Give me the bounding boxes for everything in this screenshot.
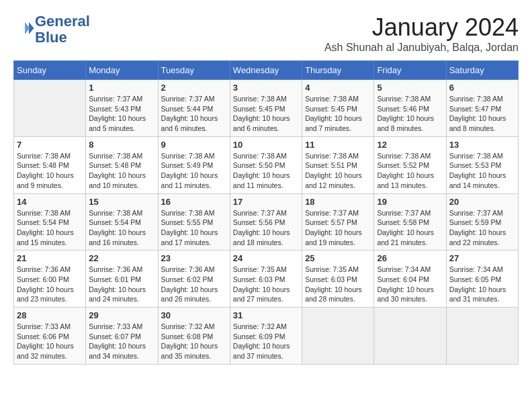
weekday-header-wednesday: Wednesday: [230, 61, 302, 80]
day-number: 20: [449, 197, 515, 207]
day-number: 24: [233, 253, 299, 263]
day-info: Sunrise: 7:38 AM Sunset: 5:48 PM Dayligh…: [17, 151, 83, 191]
day-info: Sunrise: 7:38 AM Sunset: 5:48 PM Dayligh…: [89, 151, 154, 191]
day-number: 21: [17, 253, 83, 263]
calendar-cell: 10Sunrise: 7:38 AM Sunset: 5:50 PM Dayli…: [230, 136, 302, 193]
day-number: 19: [377, 197, 443, 207]
calendar-cell: 27Sunrise: 7:34 AM Sunset: 6:05 PM Dayli…: [446, 250, 518, 308]
calendar-cell: 26Sunrise: 7:34 AM Sunset: 6:04 PM Dayli…: [374, 250, 446, 308]
day-number: 18: [305, 197, 371, 207]
day-number: 1: [89, 83, 154, 93]
calendar-cell: [14, 80, 86, 137]
calendar-cell: 22Sunrise: 7:36 AM Sunset: 6:01 PM Dayli…: [86, 250, 158, 308]
calendar-cell: [374, 308, 446, 365]
day-number: 16: [161, 197, 227, 207]
day-number: 23: [161, 253, 227, 263]
month-title: January 2024: [324, 13, 519, 42]
calendar-cell: 1Sunrise: 7:37 AM Sunset: 5:43 PM Daylig…: [86, 80, 158, 137]
weekday-header-monday: Monday: [86, 61, 158, 80]
calendar-cell: 13Sunrise: 7:38 AM Sunset: 5:53 PM Dayli…: [446, 136, 518, 193]
calendar-cell: 21Sunrise: 7:36 AM Sunset: 6:00 PM Dayli…: [14, 250, 86, 308]
weekday-header-sunday: Sunday: [14, 61, 86, 80]
calendar-cell: 25Sunrise: 7:35 AM Sunset: 6:03 PM Dayli…: [302, 250, 374, 308]
day-info: Sunrise: 7:37 AM Sunset: 5:59 PM Dayligh…: [449, 208, 515, 248]
weekday-header-thursday: Thursday: [302, 61, 374, 80]
logo-line1: General: [35, 13, 90, 30]
calendar-week-row: 21Sunrise: 7:36 AM Sunset: 6:00 PM Dayli…: [14, 250, 519, 308]
weekday-header-friday: Friday: [374, 61, 446, 80]
calendar-cell: 4Sunrise: 7:38 AM Sunset: 5:45 PM Daylig…: [302, 80, 374, 137]
logo-line2: Blue: [35, 29, 67, 46]
day-number: 22: [89, 253, 154, 263]
calendar-cell: 18Sunrise: 7:37 AM Sunset: 5:57 PM Dayli…: [302, 193, 374, 250]
day-number: 15: [89, 197, 154, 207]
day-number: 25: [305, 253, 371, 263]
calendar-cell: [302, 308, 374, 365]
calendar-cell: 12Sunrise: 7:38 AM Sunset: 5:52 PM Dayli…: [374, 136, 446, 193]
day-number: 7: [17, 140, 83, 150]
calendar-cell: 24Sunrise: 7:35 AM Sunset: 6:03 PM Dayli…: [230, 250, 302, 308]
calendar-cell: 23Sunrise: 7:36 AM Sunset: 6:02 PM Dayli…: [158, 250, 230, 308]
day-info: Sunrise: 7:34 AM Sunset: 6:05 PM Dayligh…: [449, 265, 515, 304]
calendar-cell: 29Sunrise: 7:33 AM Sunset: 6:07 PM Dayli…: [86, 308, 158, 365]
day-info: Sunrise: 7:34 AM Sunset: 6:04 PM Dayligh…: [377, 265, 443, 304]
calendar-cell: 20Sunrise: 7:37 AM Sunset: 5:59 PM Dayli…: [446, 193, 518, 250]
day-info: Sunrise: 7:38 AM Sunset: 5:53 PM Dayligh…: [449, 151, 515, 191]
calendar-cell: 15Sunrise: 7:38 AM Sunset: 5:54 PM Dayli…: [86, 193, 158, 250]
day-info: Sunrise: 7:38 AM Sunset: 5:45 PM Dayligh…: [233, 94, 299, 134]
day-info: Sunrise: 7:38 AM Sunset: 5:51 PM Dayligh…: [305, 151, 371, 191]
calendar-cell: 6Sunrise: 7:38 AM Sunset: 5:47 PM Daylig…: [446, 80, 518, 137]
logo: General Blue: [13, 13, 90, 46]
day-number: 4: [305, 83, 371, 93]
day-info: Sunrise: 7:38 AM Sunset: 5:52 PM Dayligh…: [377, 151, 443, 191]
day-number: 3: [233, 83, 299, 93]
calendar-week-row: 7Sunrise: 7:38 AM Sunset: 5:48 PM Daylig…: [14, 136, 519, 193]
day-info: Sunrise: 7:37 AM Sunset: 5:44 PM Dayligh…: [161, 94, 227, 134]
logo-text: General Blue: [35, 13, 90, 46]
calendar-cell: 31Sunrise: 7:32 AM Sunset: 6:09 PM Dayli…: [230, 308, 302, 365]
calendar-cell: 28Sunrise: 7:33 AM Sunset: 6:06 PM Dayli…: [14, 308, 86, 365]
day-info: Sunrise: 7:37 AM Sunset: 5:43 PM Dayligh…: [89, 94, 154, 134]
day-number: 6: [449, 83, 515, 93]
day-number: 28: [17, 310, 83, 320]
day-info: Sunrise: 7:35 AM Sunset: 6:03 PM Dayligh…: [305, 265, 371, 304]
calendar-week-row: 1Sunrise: 7:37 AM Sunset: 5:43 PM Daylig…: [14, 80, 519, 137]
calendar-week-row: 14Sunrise: 7:38 AM Sunset: 5:54 PM Dayli…: [14, 193, 519, 250]
day-info: Sunrise: 7:38 AM Sunset: 5:45 PM Dayligh…: [305, 94, 371, 134]
day-info: Sunrise: 7:35 AM Sunset: 6:03 PM Dayligh…: [233, 265, 299, 304]
day-info: Sunrise: 7:36 AM Sunset: 6:02 PM Dayligh…: [161, 265, 227, 304]
day-number: 5: [377, 83, 443, 93]
day-number: 26: [377, 253, 443, 263]
day-info: Sunrise: 7:38 AM Sunset: 5:46 PM Dayligh…: [377, 94, 443, 134]
calendar-cell: 2Sunrise: 7:37 AM Sunset: 5:44 PM Daylig…: [158, 80, 230, 137]
calendar-cell: 30Sunrise: 7:32 AM Sunset: 6:08 PM Dayli…: [158, 308, 230, 365]
calendar-cell: 17Sunrise: 7:37 AM Sunset: 5:56 PM Dayli…: [230, 193, 302, 250]
day-info: Sunrise: 7:38 AM Sunset: 5:47 PM Dayligh…: [449, 94, 515, 134]
day-info: Sunrise: 7:37 AM Sunset: 5:58 PM Dayligh…: [377, 208, 443, 248]
calendar-cell: 3Sunrise: 7:38 AM Sunset: 5:45 PM Daylig…: [230, 80, 302, 137]
weekday-header-row: SundayMondayTuesdayWednesdayThursdayFrid…: [14, 61, 519, 80]
day-number: 11: [305, 140, 371, 150]
calendar-cell: 14Sunrise: 7:38 AM Sunset: 5:54 PM Dayli…: [14, 193, 86, 250]
day-number: 14: [17, 197, 83, 207]
day-info: Sunrise: 7:32 AM Sunset: 6:09 PM Dayligh…: [233, 322, 299, 361]
weekday-header-tuesday: Tuesday: [158, 61, 230, 80]
day-info: Sunrise: 7:37 AM Sunset: 5:57 PM Dayligh…: [305, 208, 371, 248]
calendar-cell: 7Sunrise: 7:38 AM Sunset: 5:48 PM Daylig…: [14, 136, 86, 193]
day-number: 27: [449, 253, 515, 263]
day-info: Sunrise: 7:36 AM Sunset: 6:00 PM Dayligh…: [17, 265, 83, 304]
day-info: Sunrise: 7:38 AM Sunset: 5:55 PM Dayligh…: [161, 208, 227, 248]
calendar-cell: 16Sunrise: 7:38 AM Sunset: 5:55 PM Dayli…: [158, 193, 230, 250]
day-number: 17: [233, 197, 299, 207]
day-info: Sunrise: 7:38 AM Sunset: 5:54 PM Dayligh…: [17, 208, 83, 248]
day-number: 31: [233, 310, 299, 320]
day-number: 10: [233, 140, 299, 150]
calendar-week-row: 28Sunrise: 7:33 AM Sunset: 6:06 PM Dayli…: [14, 308, 519, 365]
location-subtitle: Ash Shunah al Janubiyah, Balqa, Jordan: [324, 42, 519, 54]
day-number: 8: [89, 140, 154, 150]
day-number: 9: [161, 140, 227, 150]
calendar-cell: [446, 308, 518, 365]
day-info: Sunrise: 7:38 AM Sunset: 5:50 PM Dayligh…: [233, 151, 299, 191]
day-number: 13: [449, 140, 515, 150]
day-info: Sunrise: 7:32 AM Sunset: 6:08 PM Dayligh…: [161, 322, 227, 361]
